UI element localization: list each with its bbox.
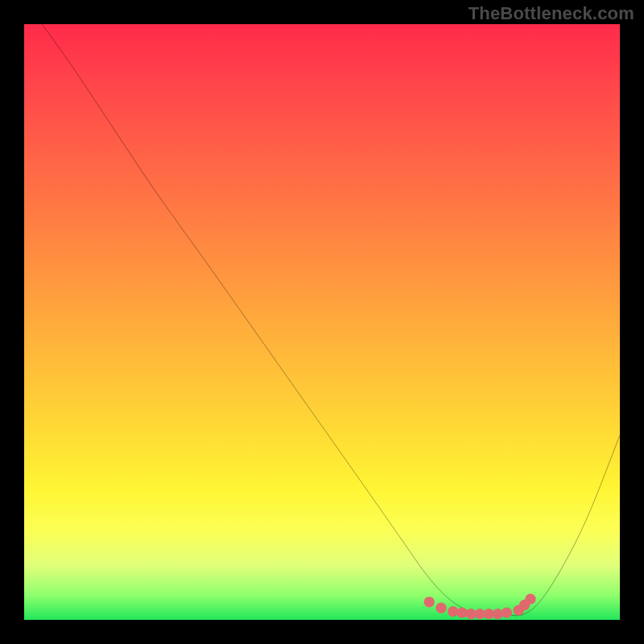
chart-svg (24, 24, 620, 620)
chart-frame: TheBottleneck.com (0, 0, 644, 644)
plateau-dot (424, 597, 435, 607)
plateau-dot (436, 603, 446, 613)
watermark-text: TheBottleneck.com (469, 3, 634, 24)
bottleneck-curve (42, 24, 620, 616)
plateau-dots (424, 593, 536, 619)
plateau-dot (525, 593, 535, 604)
plot-area (24, 24, 620, 620)
plateau-dot (502, 607, 512, 617)
